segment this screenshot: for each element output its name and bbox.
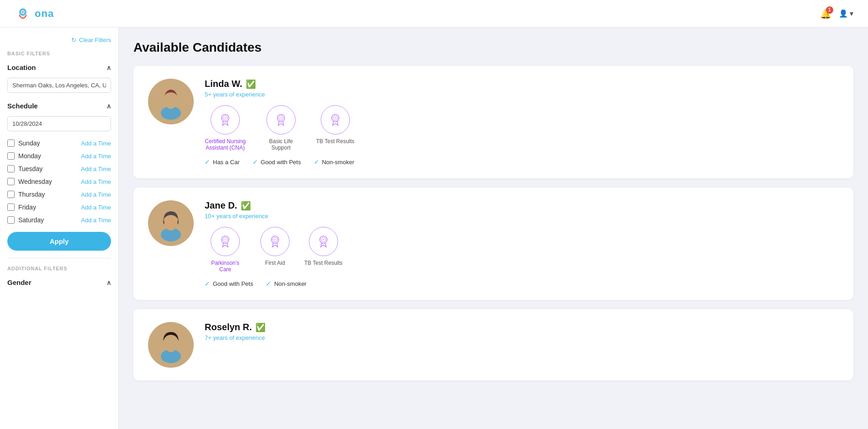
add-time-friday[interactable]: Add a Time <box>81 204 111 211</box>
candidates-list: Linda W. ✅ 5+ years of experience Certif… <box>133 66 853 381</box>
schedule-filter-header[interactable]: Schedule ∧ <box>7 100 111 112</box>
trait-label: Good with Pets <box>261 159 301 166</box>
trait-item: ✓ Non-smoker <box>266 280 307 287</box>
svg-point-24 <box>274 239 276 241</box>
day-left-wednesday: Wednesday <box>7 178 52 185</box>
add-time-sunday[interactable]: Add a Time <box>81 140 111 147</box>
chevron-up-icon: ∧ <box>106 64 111 71</box>
gender-filter-header[interactable]: Gender ∧ <box>7 277 111 288</box>
trait-item: ✓ Good with Pets <box>205 280 253 287</box>
layout: ↻ Clear Filters BASIC FILTERS Location ∧… <box>0 27 868 429</box>
logo-text: ona <box>35 8 54 20</box>
checkbox-monday[interactable] <box>7 152 15 160</box>
checkbox-wednesday[interactable] <box>7 178 15 185</box>
candidate-name: Jane D. <box>205 200 237 211</box>
badge-circle <box>266 105 296 134</box>
apply-button[interactable]: Apply <box>7 232 111 251</box>
clear-filters-button[interactable]: ↻ Clear Filters <box>71 37 111 43</box>
card-info-jane-d: Jane D. ✅ 10+ years of experience Parkin… <box>205 200 839 287</box>
badge-circle <box>211 105 240 134</box>
day-row-thursday: Thursday Add a Time <box>7 188 111 201</box>
day-left-monday: Monday <box>7 152 41 160</box>
refresh-icon: ↻ <box>71 37 76 43</box>
checkbox-tuesday[interactable] <box>7 165 15 172</box>
date-input[interactable] <box>7 116 111 131</box>
svg-point-9 <box>224 117 226 119</box>
card-top: Roselyn R. ✅ 7+ years of experience <box>148 322 839 368</box>
badge-label: First Aid <box>265 260 285 266</box>
user-menu-button[interactable]: 👤 ▾ <box>839 9 853 18</box>
add-time-wednesday[interactable]: Add a Time <box>81 178 111 185</box>
add-time-monday[interactable]: Add a Time <box>81 153 111 160</box>
day-left-tuesday: Tuesday <box>7 165 42 172</box>
check-icon: ✓ <box>205 280 210 287</box>
candidate-name: Roselyn R. <box>205 322 252 332</box>
day-label-wednesday: Wednesday <box>18 178 52 185</box>
day-left-thursday: Thursday <box>7 191 45 198</box>
name-row: Jane D. ✅ <box>205 200 839 211</box>
candidate-card-linda-w: Linda W. ✅ 5+ years of experience Certif… <box>133 66 853 178</box>
badge-item: First Aid <box>260 227 290 273</box>
divider <box>7 258 111 258</box>
day-row-tuesday: Tuesday Add a Time <box>7 162 111 175</box>
main-content: Available Candidates Linda W. ✅ 5+ years… <box>119 27 868 429</box>
page-title: Available Candidates <box>133 40 853 55</box>
experience-text: 10+ years of experience <box>205 213 839 220</box>
svg-point-12 <box>280 117 282 119</box>
trait-item: ✓ Non-smoker <box>314 158 355 166</box>
day-row-wednesday: Wednesday Add a Time <box>7 175 111 188</box>
avatar-jane-d <box>148 200 194 246</box>
checkbox-sunday[interactable] <box>7 139 15 147</box>
sidebar: ↻ Clear Filters BASIC FILTERS Location ∧… <box>0 27 119 429</box>
badge-item: TB Test Results <box>316 105 355 151</box>
basic-filters-label: BASIC FILTERS <box>7 51 111 56</box>
day-label-monday: Monday <box>18 152 41 160</box>
trait-label: Non-smoker <box>274 280 307 287</box>
name-row: Linda W. ✅ <box>205 79 839 89</box>
check-icon: ✓ <box>314 158 319 166</box>
day-left-sunday: Sunday <box>7 139 40 147</box>
logo-icon <box>15 5 31 22</box>
badge-label: Basic Life Support <box>260 138 302 151</box>
traits-row: ✓ Good with Pets ✓ Non-smoker <box>205 280 839 287</box>
svg-point-15 <box>334 117 336 119</box>
candidate-name: Linda W. <box>205 79 242 89</box>
checkbox-friday[interactable] <box>7 204 15 211</box>
location-input[interactable] <box>7 78 111 93</box>
day-row-saturday: Saturday Add a Time <box>7 214 111 226</box>
add-time-thursday[interactable]: Add a Time <box>81 191 111 198</box>
add-time-saturday[interactable]: Add a Time <box>81 217 111 224</box>
svg-point-2 <box>22 11 24 13</box>
day-label-tuesday: Tuesday <box>18 165 42 172</box>
day-row-monday: Monday Add a Time <box>7 150 111 162</box>
badge-circle <box>309 227 338 256</box>
badge-circle <box>211 227 240 256</box>
trait-label: Has a Car <box>213 159 240 166</box>
card-top: Linda W. ✅ 5+ years of experience Certif… <box>148 79 839 166</box>
candidate-card-jane-d: Jane D. ✅ 10+ years of experience Parkin… <box>133 188 853 300</box>
experience-text: 5+ years of experience <box>205 91 839 98</box>
schedule-label: Schedule <box>7 102 38 110</box>
svg-point-21 <box>224 239 226 241</box>
location-filter-header[interactable]: Location ∧ <box>7 62 111 73</box>
check-icon: ✓ <box>205 158 210 166</box>
card-info-roselyn-r: Roselyn R. ✅ 7+ years of experience <box>205 322 839 349</box>
location-filter: Location ∧ <box>7 62 111 93</box>
badge-circle <box>321 105 350 134</box>
additional-filters-label: ADDITIONAL FILTERS <box>7 266 111 271</box>
trait-item: ✓ Has a Car <box>205 158 240 166</box>
badge-label[interactable]: Certified Nursing Assistant (CNA) <box>205 138 246 151</box>
checkbox-saturday[interactable] <box>7 216 15 224</box>
header: ona 🔔 1 👤 ▾ <box>0 0 868 27</box>
add-time-tuesday[interactable]: Add a Time <box>81 166 111 172</box>
notification-badge: 1 <box>826 6 833 14</box>
checkbox-thursday[interactable] <box>7 191 15 198</box>
notification-button[interactable]: 🔔 1 <box>820 8 831 19</box>
day-row-friday: Friday Add a Time <box>7 201 111 214</box>
badge-circle <box>260 227 290 256</box>
name-row: Roselyn R. ✅ <box>205 322 839 332</box>
day-label-thursday: Thursday <box>18 191 45 198</box>
days-list: Sunday Add a Time Monday Add a Time Tues… <box>7 137 111 226</box>
badge-label[interactable]: Parkinson's Care <box>205 260 246 273</box>
check-icon: ✓ <box>266 280 271 287</box>
